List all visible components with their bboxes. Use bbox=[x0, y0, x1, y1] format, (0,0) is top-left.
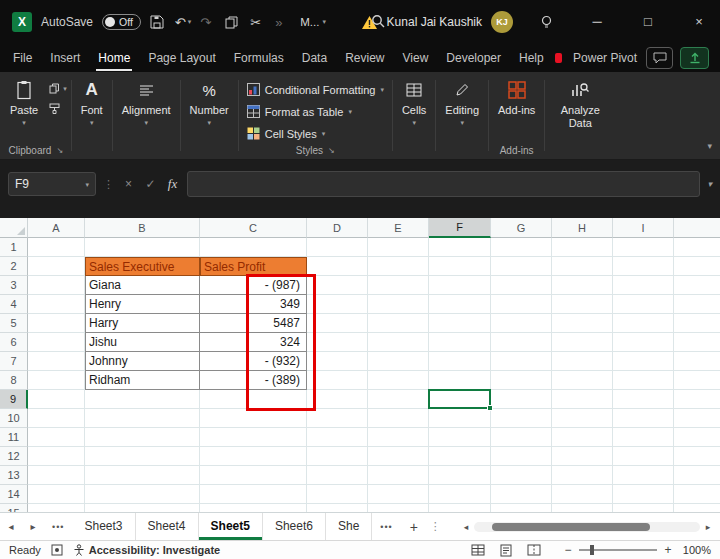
cell-c12[interactable] bbox=[200, 447, 307, 466]
cell-partial[interactable] bbox=[674, 314, 720, 333]
cell-partial[interactable] bbox=[674, 485, 720, 504]
lightbulb-icon[interactable] bbox=[540, 15, 553, 30]
cell-h11[interactable] bbox=[552, 428, 613, 447]
cell-g5[interactable] bbox=[491, 314, 552, 333]
cell-c10[interactable] bbox=[200, 409, 307, 428]
cell-i6[interactable] bbox=[613, 333, 674, 352]
cell-f2[interactable] bbox=[429, 257, 491, 276]
cell-h5[interactable] bbox=[552, 314, 613, 333]
cell-a8[interactable] bbox=[28, 371, 85, 390]
cell-b3[interactable]: Giana bbox=[85, 276, 200, 295]
zoom-slider[interactable] bbox=[579, 549, 657, 551]
cell-b2[interactable]: Sales Executive bbox=[85, 257, 200, 276]
cell-b4[interactable]: Henry bbox=[85, 295, 200, 314]
select-all-button[interactable] bbox=[0, 218, 28, 238]
cut-icon[interactable]: ✂ bbox=[250, 15, 266, 30]
cell-h4[interactable] bbox=[552, 295, 613, 314]
cell-g15[interactable] bbox=[491, 504, 552, 512]
cell-a5[interactable] bbox=[28, 314, 85, 333]
cell-g14[interactable] bbox=[491, 485, 552, 504]
cell-i5[interactable] bbox=[613, 314, 674, 333]
add-sheet-button[interactable]: + bbox=[401, 519, 427, 535]
row-header-9[interactable]: 9 bbox=[0, 390, 28, 409]
cell-i3[interactable] bbox=[613, 276, 674, 295]
cell-f15[interactable] bbox=[429, 504, 491, 512]
cell-h8[interactable] bbox=[552, 371, 613, 390]
horizontal-scrollbar[interactable]: ◂ ▸ bbox=[458, 522, 720, 532]
cell-h7[interactable] bbox=[552, 352, 613, 371]
quick-access-menu[interactable]: M...▾ bbox=[300, 16, 326, 28]
cell-g6[interactable] bbox=[491, 333, 552, 352]
cell-c11[interactable] bbox=[200, 428, 307, 447]
cell-i15[interactable] bbox=[613, 504, 674, 512]
column-header-e[interactable]: E bbox=[368, 218, 429, 238]
row-header-4[interactable]: 4 bbox=[0, 295, 28, 314]
cell-g11[interactable] bbox=[491, 428, 552, 447]
row-header-15[interactable]: 15 bbox=[0, 504, 28, 512]
sheet-nav-right-icon[interactable]: ▸ bbox=[22, 521, 44, 532]
column-header-i[interactable]: I bbox=[613, 218, 674, 238]
scroll-left-icon[interactable]: ◂ bbox=[458, 522, 474, 532]
cell-b13[interactable] bbox=[85, 466, 200, 485]
cell-g1[interactable] bbox=[491, 238, 552, 257]
redo-icon[interactable]: ↷ bbox=[200, 15, 216, 30]
row-header-11[interactable]: 11 bbox=[0, 428, 28, 447]
toolbar-overflow-icon[interactable]: » bbox=[275, 15, 291, 30]
cell-d12[interactable] bbox=[307, 447, 368, 466]
cell-i11[interactable] bbox=[613, 428, 674, 447]
scrollbar-track[interactable] bbox=[474, 522, 700, 532]
column-header-a[interactable]: A bbox=[28, 218, 85, 238]
zoom-in-button[interactable]: + bbox=[663, 543, 673, 557]
cell-partial[interactable] bbox=[674, 276, 720, 295]
cell-g13[interactable] bbox=[491, 466, 552, 485]
row-header-10[interactable]: 10 bbox=[0, 409, 28, 428]
cell-e2[interactable] bbox=[368, 257, 429, 276]
column-header-g[interactable]: G bbox=[491, 218, 552, 238]
cell-a11[interactable] bbox=[28, 428, 85, 447]
cell-b7[interactable]: Johnny bbox=[85, 352, 200, 371]
cell-styles-button[interactable]: Cell Styles ▾ bbox=[243, 123, 388, 144]
cell-f4[interactable] bbox=[429, 295, 491, 314]
cell-g9[interactable] bbox=[491, 390, 552, 409]
cell-a9[interactable] bbox=[28, 390, 85, 409]
tab-help[interactable]: Help bbox=[510, 44, 553, 72]
cell-g2[interactable] bbox=[491, 257, 552, 276]
cell-g12[interactable] bbox=[491, 447, 552, 466]
cell-i9[interactable] bbox=[613, 390, 674, 409]
cell-d11[interactable] bbox=[307, 428, 368, 447]
cell-partial[interactable] bbox=[674, 466, 720, 485]
cell-h9[interactable] bbox=[552, 390, 613, 409]
zoom-out-button[interactable]: − bbox=[563, 543, 573, 557]
cell-d4[interactable] bbox=[307, 295, 368, 314]
cell-b12[interactable] bbox=[85, 447, 200, 466]
cell-e4[interactable] bbox=[368, 295, 429, 314]
cell-i10[interactable] bbox=[613, 409, 674, 428]
cell-h1[interactable] bbox=[552, 238, 613, 257]
macro-record-icon[interactable] bbox=[51, 544, 63, 556]
cell-f8[interactable] bbox=[429, 371, 491, 390]
cell-e11[interactable] bbox=[368, 428, 429, 447]
cell-partial[interactable] bbox=[674, 371, 720, 390]
add-ins-button[interactable]: Add-ins bbox=[493, 77, 540, 118]
cell-b11[interactable] bbox=[85, 428, 200, 447]
cell-a3[interactable] bbox=[28, 276, 85, 295]
more-sheets-left-icon[interactable]: ••• bbox=[44, 522, 72, 532]
cell-e13[interactable] bbox=[368, 466, 429, 485]
cell-e1[interactable] bbox=[368, 238, 429, 257]
cell-a1[interactable] bbox=[28, 238, 85, 257]
cell-a13[interactable] bbox=[28, 466, 85, 485]
cell-e6[interactable] bbox=[368, 333, 429, 352]
cell-a14[interactable] bbox=[28, 485, 85, 504]
copy-small-button[interactable]: ▾ bbox=[49, 83, 67, 94]
cell-f7[interactable] bbox=[429, 352, 491, 371]
cell-d9[interactable] bbox=[307, 390, 368, 409]
fill-handle[interactable] bbox=[487, 405, 493, 411]
cell-e12[interactable] bbox=[368, 447, 429, 466]
font-button[interactable]: A Font ▾ bbox=[76, 77, 108, 128]
column-header-c[interactable]: C bbox=[200, 218, 307, 238]
cell-partial[interactable] bbox=[674, 333, 720, 352]
column-header-b[interactable]: B bbox=[85, 218, 200, 238]
cell-i13[interactable] bbox=[613, 466, 674, 485]
cell-b14[interactable] bbox=[85, 485, 200, 504]
format-painter-button[interactable] bbox=[49, 103, 67, 114]
